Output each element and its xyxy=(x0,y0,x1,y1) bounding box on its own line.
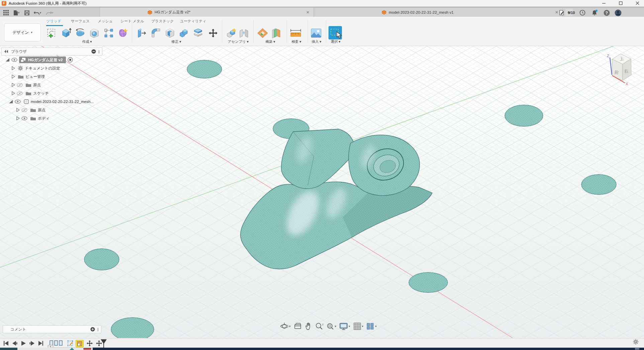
group-label-select[interactable]: 選択 ▾ xyxy=(331,39,340,44)
joint-icon[interactable] xyxy=(238,27,250,39)
step-forward-icon[interactable] xyxy=(29,340,35,347)
timeline-scrubber-handle[interactable] xyxy=(101,339,107,344)
notifications-bell-icon[interactable] xyxy=(591,9,598,16)
look-at-icon[interactable] xyxy=(294,323,302,330)
timeline-settings-gear-icon[interactable] xyxy=(633,339,639,345)
file-menu-icon[interactable]: ▾ xyxy=(11,10,21,16)
timeline-mesh-feature-selected[interactable] xyxy=(76,340,84,347)
step-back-icon[interactable] xyxy=(11,340,18,347)
hole-icon[interactable] xyxy=(89,27,100,39)
account-avatar[interactable] xyxy=(614,9,622,16)
close-button[interactable] xyxy=(632,0,643,6)
display-settings-icon[interactable]: ▾ xyxy=(339,322,350,330)
ribbon-tab-utilities[interactable]: ユーティリティ xyxy=(180,19,206,24)
offset-plane-icon[interactable] xyxy=(270,27,282,39)
browser-row-bodies[interactable]: ボディ xyxy=(1,114,102,122)
timeline-sketch-feature[interactable] xyxy=(67,340,74,347)
go-to-start-icon[interactable] xyxy=(3,340,9,347)
move-copy-icon[interactable] xyxy=(207,27,219,39)
browser-row-document-settings[interactable]: ドキュメントの設定 xyxy=(1,64,102,72)
browser-header[interactable]: ブラウザ || xyxy=(1,47,102,55)
revolve-icon[interactable] xyxy=(75,27,86,39)
browser-row-view-management[interactable]: ビュー管理 xyxy=(1,73,102,81)
visibility-eye-icon[interactable] xyxy=(11,58,17,62)
ribbon-tab-solid[interactable]: ソリッド xyxy=(46,19,61,24)
expanded-arrow-icon[interactable] xyxy=(5,58,10,62)
undo-icon[interactable]: ▾ xyxy=(32,10,43,16)
go-to-end-icon[interactable] xyxy=(37,340,44,347)
group-label-insert[interactable]: 挿入 ▾ xyxy=(311,39,321,44)
split-body-icon[interactable] xyxy=(192,27,204,39)
extrude-icon[interactable] xyxy=(61,27,72,39)
create-sketch-icon[interactable] xyxy=(46,27,57,39)
job-status-icon[interactable] xyxy=(558,9,565,16)
visibility-eye-icon[interactable] xyxy=(15,100,21,104)
grid-settings-icon[interactable]: ▾ xyxy=(353,322,364,330)
viewcube[interactable]: 上 前 右 Z X xyxy=(592,47,644,94)
app-grid-icon[interactable] xyxy=(3,10,9,16)
expand-comments-icon[interactable] xyxy=(90,327,95,332)
selected-row-pill[interactable]: HGガンダム足首 v2 xyxy=(19,56,66,63)
measure-icon[interactable] xyxy=(290,27,301,39)
visibility-off-icon[interactable] xyxy=(17,83,23,87)
visibility-off-icon[interactable] xyxy=(17,91,23,96)
group-separator xyxy=(222,20,222,43)
browser-row-mesh-component[interactable]: model-2023-02-20-22-31-22_mesh... xyxy=(1,98,102,106)
ribbon-tab-plastic[interactable]: プラスチック xyxy=(151,19,174,24)
insert-image-icon[interactable] xyxy=(310,27,322,39)
group-label-construct[interactable]: 構築 ▾ xyxy=(265,39,275,44)
browser-row-sketches[interactable]: スケッチ xyxy=(1,89,102,97)
collapsed-arrow-icon[interactable] xyxy=(11,91,15,95)
rectangular-pattern-icon[interactable] xyxy=(103,27,114,39)
group-label-inspect[interactable]: 検査 ▾ xyxy=(291,39,301,44)
orbit-icon[interactable]: ▾ xyxy=(280,322,291,330)
group-label-create[interactable]: 作成 ▾ xyxy=(82,39,92,44)
panel-grip[interactable]: || xyxy=(98,49,99,53)
fit-icon[interactable]: ▾ xyxy=(326,322,337,330)
pan-icon[interactable] xyxy=(305,322,312,330)
new-component-icon[interactable] xyxy=(226,27,237,39)
collapsed-arrow-icon[interactable] xyxy=(16,108,20,112)
ribbon-tab-surface[interactable]: サーフェス xyxy=(71,19,90,24)
browser-row-mesh-origin[interactable]: 原点 xyxy=(1,106,102,114)
activate-radio-icon[interactable] xyxy=(68,57,73,63)
panel-grip[interactable]: || xyxy=(97,327,98,331)
create-form-icon[interactable] xyxy=(117,27,128,39)
press-pull-icon[interactable] xyxy=(135,27,147,39)
document-tab-inactive[interactable]: model-2023-02-20-22-31-22_mesh v1 ✕ xyxy=(315,8,563,17)
collapsed-arrow-icon[interactable] xyxy=(11,83,15,87)
document-tab-active[interactable]: HGガンダム足首 v2* ✕ xyxy=(100,8,314,17)
minimize-panel-icon[interactable] xyxy=(91,49,96,54)
visibility-off-icon[interactable] xyxy=(21,108,27,112)
fillet-icon[interactable] xyxy=(150,27,162,39)
ribbon-tab-sheetmetal[interactable]: シート メタル xyxy=(120,19,144,24)
minimize-button[interactable] xyxy=(598,0,610,6)
workspace-selector[interactable]: デザイン▾ xyxy=(4,23,41,41)
help-icon[interactable]: ? xyxy=(603,9,610,16)
redo-icon[interactable]: ▾ xyxy=(44,10,55,16)
shell-icon[interactable] xyxy=(164,27,176,39)
maximize-button[interactable] xyxy=(615,0,626,6)
combine-icon[interactable] xyxy=(178,27,190,39)
save-icon[interactable] xyxy=(23,10,30,16)
zoom-icon[interactable]: ± xyxy=(315,322,323,330)
collapsed-arrow-icon[interactable] xyxy=(11,75,15,79)
construction-plane-icon[interactable] xyxy=(257,27,268,39)
group-label-assemble[interactable]: アセンブリ ▾ xyxy=(228,39,249,44)
collapsed-arrow-icon[interactable] xyxy=(16,116,20,120)
tab-close-icon[interactable]: ✕ xyxy=(305,10,310,15)
browser-row-root-component[interactable]: HGガンダム足首 v2 xyxy=(1,56,102,64)
browser-row-origin[interactable]: 原点 xyxy=(1,81,102,89)
comments-header[interactable]: コメント || xyxy=(3,325,101,333)
group-label-modify[interactable]: 修正 ▾ xyxy=(171,39,181,44)
play-icon[interactable] xyxy=(20,340,27,347)
background-window-edge xyxy=(17,348,93,350)
visibility-eye-icon[interactable] xyxy=(21,116,27,120)
collapsed-arrow-icon[interactable] xyxy=(11,66,15,70)
timeline-move-feature[interactable] xyxy=(86,340,93,347)
collapse-panel-icon[interactable] xyxy=(4,50,8,53)
expanded-arrow-icon[interactable] xyxy=(9,100,13,104)
clock-icon[interactable] xyxy=(579,9,586,16)
viewports-icon[interactable]: ▾ xyxy=(366,322,377,330)
ribbon-tab-mesh[interactable]: メッシュ xyxy=(98,19,113,24)
